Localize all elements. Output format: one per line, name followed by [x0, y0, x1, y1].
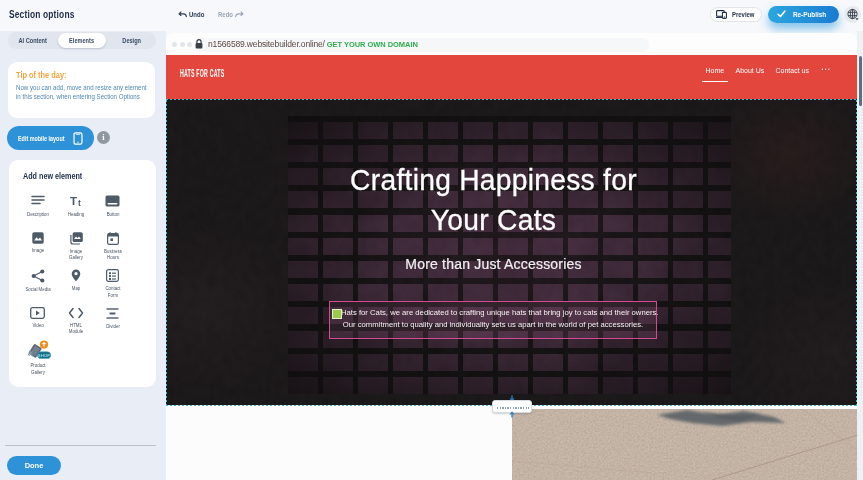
- svg-text:t: t: [78, 198, 81, 208]
- svg-text:SHOP: SHOP: [37, 353, 50, 358]
- svg-text:T: T: [70, 195, 77, 207]
